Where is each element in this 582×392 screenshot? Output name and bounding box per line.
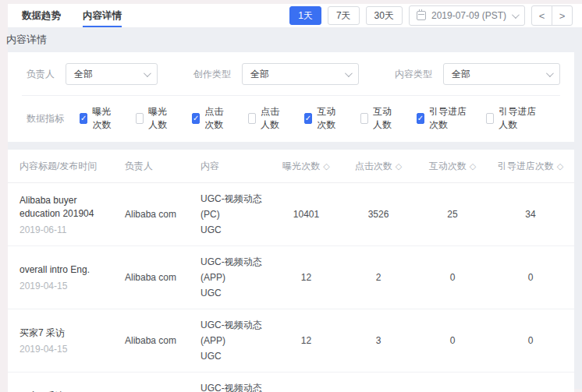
table-row[interactable]: overall intro Eng. 2019-04-15 Alibaba co… <box>8 246 574 309</box>
cell-impressions: 10401 <box>273 183 339 245</box>
chevron-down-icon <box>144 69 151 77</box>
chevron-down-icon <box>546 69 554 77</box>
table-row[interactable]: Alibaba buyer education 201904 2019-06-1… <box>8 183 574 246</box>
cell-content-type: UGC-视频动态(APP) UGC <box>201 373 273 392</box>
cell-owner: Alibaba com <box>125 183 201 245</box>
cell-store-visits: 34 <box>488 183 573 245</box>
checkbox-label: 引导进店人数 <box>499 105 538 132</box>
content-title: overall intro Eng. <box>20 263 117 277</box>
checkbox-label: 曝光次数 <box>92 105 118 132</box>
cell-title-date: Alibaba buyer education 201904 2019-06-1… <box>20 183 125 245</box>
cell-content-type: UGC-视频动态(PC) UGC <box>201 183 273 245</box>
divider <box>22 95 560 96</box>
sort-icon[interactable]: ◇ <box>396 161 402 171</box>
owner-name: Alibaba com <box>125 272 201 283</box>
checkbox-label: 互动次数 <box>317 105 342 132</box>
table-row[interactable]: 买家6 采访 2019-04-15 Alibaba com UGC-视频动态(A… <box>8 373 574 392</box>
date-pager: < > <box>531 5 573 26</box>
column-header-label: 互动次数 <box>429 160 467 173</box>
owner-select[interactable]: 全部 <box>66 63 158 85</box>
cell-owner: Alibaba com <box>125 309 201 372</box>
metric-checkbox-0[interactable]: ✓曝光次数 <box>80 105 118 132</box>
cell-content-type: UGC-视频动态(APP) UGC <box>201 309 273 372</box>
sort-icon[interactable]: ◇ <box>323 161 329 171</box>
creation-type-select[interactable]: 全部 <box>242 63 359 85</box>
column-header-interactions: 互动次数 ◇ <box>417 150 488 182</box>
content-type-select[interactable]: 全部 <box>443 63 560 85</box>
cell-interactions: 0 <box>417 373 488 392</box>
metric-checkbox-6[interactable]: ✓引导进店次数 <box>417 105 468 132</box>
page-title: 内容详情 <box>5 27 582 52</box>
checkbox-icon: ✓ <box>248 113 256 124</box>
cell-clicks: 1 <box>339 373 417 392</box>
content-type-line1: UGC-视频动态(PC) <box>201 191 273 222</box>
filter-content-type: 内容类型 全部 <box>395 63 560 85</box>
metrics-label: 数据指标 <box>27 112 64 125</box>
tabs: 数据趋势 内容详情 <box>22 4 122 27</box>
content-type-line2: UGC <box>201 285 273 301</box>
publish-date: 2019-06-11 <box>20 224 125 235</box>
metric-checkbox-7[interactable]: ✓引导进店人数 <box>486 105 538 132</box>
cell-title-date: 买家7 采访 2019-04-15 <box>20 309 125 372</box>
checkbox-label: 点击人数 <box>261 105 286 132</box>
cell-title-date: overall intro Eng. 2019-04-15 <box>20 246 125 309</box>
tab-data-trends[interactable]: 数据趋势 <box>22 4 61 27</box>
sort-icon[interactable]: ◇ <box>470 161 476 171</box>
metric-checkbox-2[interactable]: ✓点击次数 <box>192 105 230 132</box>
checkbox-icon: ✓ <box>360 113 368 124</box>
chevron-down-icon <box>345 69 353 77</box>
content-title: Alibaba buyer education 201904 <box>20 194 117 221</box>
column-header-owner: 负责人 <box>125 150 201 182</box>
filter-creation-type: 创作类型 全部 <box>193 63 359 85</box>
metric-checkbox-4[interactable]: ✓互动次数 <box>304 105 342 132</box>
column-header-impressions: 曝光次数 ◇ <box>273 150 339 182</box>
column-header-store-visits: 引导进店次数 ◇ <box>488 150 573 182</box>
metric-checkbox-5[interactable]: ✓互动人数 <box>360 105 399 132</box>
sort-icon[interactable]: ◇ <box>557 161 563 171</box>
top-tab-bar: 数据趋势 内容详情 1天 7天 30天 2019-07-09 (PST) < > <box>8 4 582 27</box>
checkbox-label: 点击次数 <box>204 105 230 132</box>
table-body: Alibaba buyer education 201904 2019-06-1… <box>8 183 574 392</box>
content-title: 买家7 采访 <box>20 327 117 340</box>
cell-clicks: 3 <box>339 309 417 372</box>
column-header-title: 内容标题/发布时间 <box>20 150 125 182</box>
next-day-button[interactable]: > <box>552 5 573 26</box>
metrics-row: 数据指标 ✓曝光次数✓曝光人数✓点击次数✓点击人数✓互动次数✓互动人数✓引导进店… <box>27 105 555 132</box>
metric-checkbox-3[interactable]: ✓点击人数 <box>248 105 286 132</box>
cell-content-type: UGC-视频动态(APP) UGC <box>201 246 273 309</box>
content-table-card: 内容标题/发布时间 负责人 内容 曝光次数 ◇ 点击次数 ◇ 互动次数 ◇ 引导… <box>8 150 574 392</box>
tab-label: 数据趋势 <box>22 9 61 23</box>
filter-owner: 负责人 全部 <box>27 63 158 85</box>
column-header-label: 曝光次数 <box>282 160 320 173</box>
checkbox-label: 引导进店次数 <box>429 105 468 132</box>
metric-checkbox-1[interactable]: ✓曝光人数 <box>136 105 174 132</box>
cell-owner: Alibaba com <box>125 246 201 309</box>
prev-day-button[interactable]: < <box>531 5 552 26</box>
filter-label: 内容类型 <box>395 68 432 81</box>
select-value: 全部 <box>452 68 470 81</box>
table-row[interactable]: 买家7 采访 2019-04-15 Alibaba com UGC-视频动态(A… <box>8 309 574 373</box>
period-button-7day[interactable]: 7天 <box>328 6 360 25</box>
publish-date: 2019-04-15 <box>20 344 125 355</box>
cell-interactions: 0 <box>417 309 488 372</box>
column-header-content: 内容 <box>201 150 273 182</box>
period-button-30day[interactable]: 30天 <box>366 6 403 25</box>
publish-date: 2019-04-15 <box>20 281 125 291</box>
filter-row: 负责人 全部 创作类型 全部 内容类型 全部 <box>27 63 555 85</box>
cell-clicks: 3526 <box>339 183 417 245</box>
filters-card: 负责人 全部 创作类型 全部 内容类型 全部 <box>8 52 574 142</box>
period-button-1day[interactable]: 1天 <box>289 6 321 25</box>
tab-content-details[interactable]: 内容详情 <box>83 4 122 27</box>
filter-label: 负责人 <box>27 68 55 81</box>
select-value: 全部 <box>74 68 93 81</box>
column-header-clicks: 点击次数 ◇ <box>339 150 417 182</box>
checkbox-label: 曝光人数 <box>148 105 174 132</box>
cell-store-visits: 0 <box>488 246 573 309</box>
content-type-line1: UGC-视频动态(APP) <box>201 380 273 392</box>
main-area: 内容详情 负责人 全部 创作类型 全部 <box>8 27 582 389</box>
content-type-line2: UGC <box>201 222 273 238</box>
cell-interactions: 0 <box>417 246 488 309</box>
cell-store-visits: 0 <box>488 373 573 392</box>
cell-title-date: 买家6 采访 2019-04-15 <box>20 373 125 392</box>
date-picker[interactable]: 2019-07-09 (PST) <box>409 5 525 26</box>
